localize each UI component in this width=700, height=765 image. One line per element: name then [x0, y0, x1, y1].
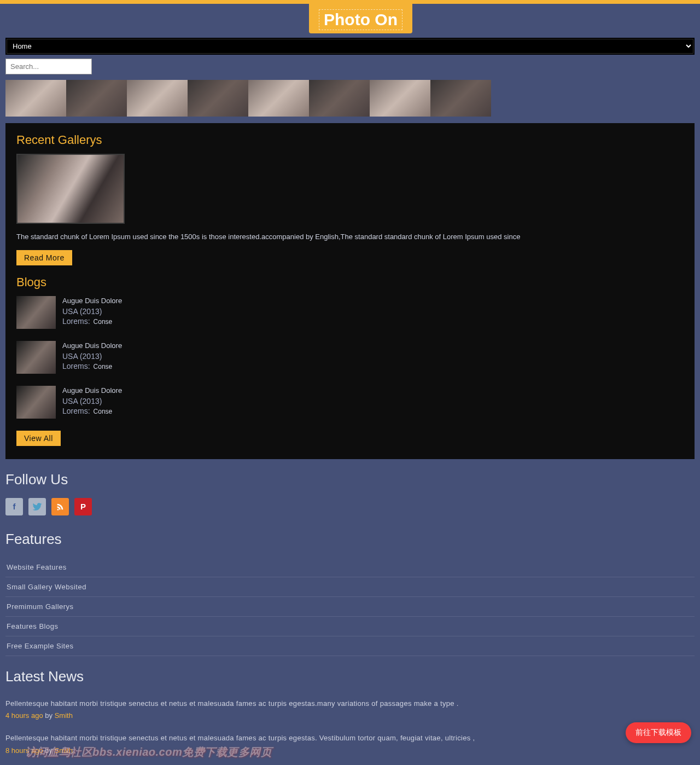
carousel-thumb[interactable] — [248, 80, 309, 117]
nav-bar: Home — [5, 38, 695, 55]
twitter-bird-icon — [32, 503, 42, 511]
recent-gallery-image[interactable] — [16, 154, 125, 224]
blog-lorems-label: Lorems: — [62, 407, 90, 415]
read-more-button[interactable]: Read More — [16, 250, 72, 265]
blog-title[interactable]: Augue Duis Dolore — [62, 341, 122, 351]
blog-thumb[interactable] — [16, 341, 56, 374]
feature-link[interactable]: Free Example Sites — [5, 636, 695, 656]
blog-thumb[interactable] — [16, 386, 56, 419]
pinterest-icon[interactable]: P — [74, 498, 92, 515]
feature-link[interactable]: Features Blogs — [5, 617, 695, 636]
blog-item: Augue Duis Dolore USA (2013) Lorems: Con… — [16, 341, 684, 374]
blog-title[interactable]: Augue Duis Dolore — [62, 386, 122, 396]
features-heading: Features — [5, 531, 695, 548]
blog-subtitle: USA (2013) — [62, 397, 122, 405]
rss-icon[interactable] — [51, 498, 69, 515]
site-logo-text: Photo On — [319, 9, 402, 30]
search-input[interactable] — [5, 59, 92, 74]
social-icons-row: f P — [5, 498, 695, 515]
news-time: 4 hours ago — [5, 711, 43, 720]
latest-news-heading: Latest News — [5, 668, 695, 685]
download-template-cta[interactable]: 前往下载模板 — [626, 722, 691, 743]
feature-link[interactable]: Premimum Gallerys — [5, 597, 695, 617]
blog-item: Augue Duis Dolore USA (2013) Lorems: Con… — [16, 296, 684, 329]
carousel-thumb[interactable] — [430, 80, 491, 117]
blog-title[interactable]: Augue Duis Dolore — [62, 296, 122, 306]
carousel-thumb[interactable] — [188, 80, 248, 117]
view-all-button[interactable]: View All — [16, 431, 61, 446]
blog-subtitle: USA (2013) — [62, 352, 122, 361]
news-by-label: by — [45, 711, 52, 720]
blog-lorems-label: Lorems: — [62, 317, 90, 326]
twitter-icon[interactable] — [28, 498, 46, 515]
facebook-icon[interactable]: f — [5, 498, 23, 515]
recent-gallery-desc: The standard chunk of Lorem Ipsum used s… — [16, 231, 684, 242]
blogs-heading: Blogs — [16, 275, 684, 289]
feature-link[interactable]: Website Features — [5, 558, 695, 577]
blog-item: Augue Duis Dolore USA (2013) Lorems: Con… — [16, 386, 684, 419]
carousel-thumbnails — [5, 80, 695, 117]
news-item: Pellentesque habitant morbi tristique se… — [5, 695, 695, 720]
blog-thumb[interactable] — [16, 296, 56, 329]
carousel-thumb[interactable] — [309, 80, 370, 117]
news-text: Pellentesque habitant morbi tristique se… — [5, 698, 695, 709]
blog-lorems-value: Conse — [94, 318, 113, 326]
blog-lorems-label: Lorems: — [62, 362, 90, 370]
news-author[interactable]: Smith — [55, 711, 73, 720]
carousel-thumb[interactable] — [127, 80, 188, 117]
follow-us-heading: Follow Us — [5, 471, 695, 488]
site-logo[interactable]: Photo On — [309, 4, 412, 33]
nav-select[interactable]: Home — [7, 39, 693, 54]
blog-lorems-value: Conse — [94, 408, 113, 415]
carousel-thumb[interactable] — [370, 80, 430, 117]
blog-lorems-value: Conse — [94, 363, 113, 370]
rss-glyph-icon — [56, 502, 65, 511]
blog-subtitle: USA (2013) — [62, 307, 122, 316]
carousel-thumb[interactable] — [66, 80, 127, 117]
carousel-thumb[interactable] — [5, 80, 66, 117]
top-accent-strip — [0, 0, 700, 4]
features-list: Website Features Small Gallery Websited … — [5, 558, 695, 656]
feature-link[interactable]: Small Gallery Websited — [5, 577, 695, 597]
recent-gallerys-heading: Recent Gallerys — [16, 133, 684, 147]
news-text: Pellentesque habitant morbi tristique se… — [5, 733, 695, 744]
main-panel: Recent Gallerys The standard chunk of Lo… — [5, 123, 695, 459]
watermark-text: 访问血鸟社区bbs.xieniao.com免费下载更多网页 — [25, 745, 272, 760]
